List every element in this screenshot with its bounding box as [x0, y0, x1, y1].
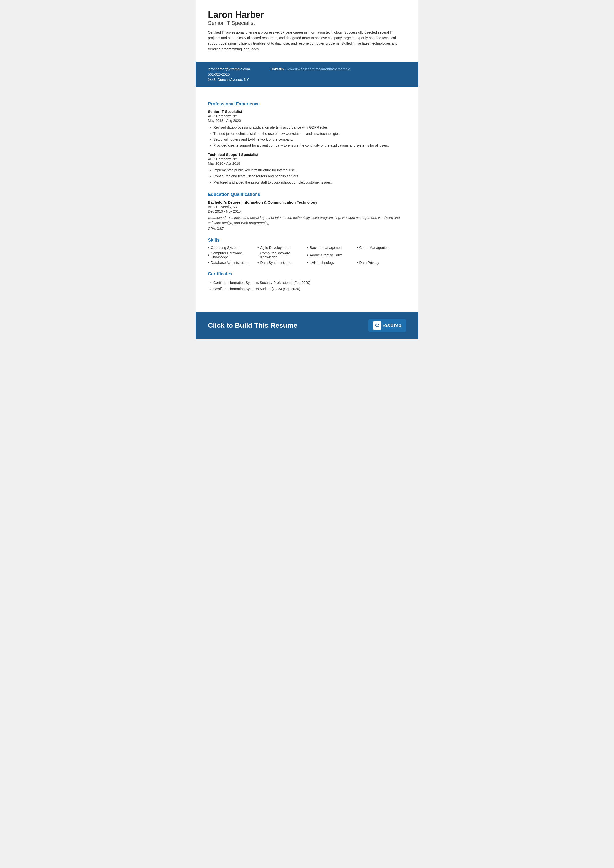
skills-section-title: Skills — [208, 238, 406, 243]
bullet-icon: • — [257, 246, 259, 250]
contact-right: LinkedIn - www.linkedin.com/me/laronharb… — [270, 67, 350, 81]
job-2-dates: May 2016 - Apr 2018 — [208, 161, 406, 166]
linkedin-label: LinkedIn — [270, 67, 284, 71]
bullet-icon: • — [257, 261, 259, 265]
skills-row-2: • Computer Hardware Knowledge • Computer… — [208, 251, 406, 259]
gpa: GPA: 3.87 — [208, 227, 406, 231]
skill-hardware: • Computer Hardware Knowledge — [208, 251, 257, 259]
logo-c-letter: C — [373, 321, 381, 330]
skills-row-3: • Database Administration • Data Synchro… — [208, 261, 406, 265]
skill-datasync: • Data Synchronization — [257, 261, 307, 265]
logo-box: C resuma — [368, 319, 406, 332]
skill-adobe: • Adobe Creative Suite — [307, 251, 357, 259]
skill-database: • Database Administration — [208, 261, 257, 265]
linkedin-line: LinkedIn - www.linkedin.com/me/laronharb… — [270, 67, 350, 71]
bullet-icon: • — [208, 253, 209, 257]
bullet-item: Revised data-processing application aler… — [213, 124, 406, 130]
certificates-list: Certified Information Systems Security P… — [208, 279, 406, 292]
logo-text: resuma — [382, 322, 402, 329]
bullet-item: Trained junior technical staff on the us… — [213, 131, 406, 136]
cert-item-1: Certified Information Systems Security P… — [213, 279, 406, 286]
contact-bar: laronharber@example.com 562-326-2020 244… — [195, 62, 419, 87]
skill-label: LAN technology — [310, 261, 335, 265]
cta-banner[interactable]: Click to Build This Resume C resuma — [195, 312, 419, 339]
header-section: Laron Harber Senior IT Specialist Certif… — [195, 0, 419, 57]
phone: 562-326-2020 — [208, 72, 250, 76]
address: 2443, Duncan Avenue, NY — [208, 78, 250, 81]
skill-lan: • LAN technology — [307, 261, 357, 265]
bullet-item: Configured and teste Cisco routers and b… — [213, 173, 406, 179]
bullet-icon: • — [208, 246, 209, 250]
certificates-section-title: Certificates — [208, 272, 406, 277]
edu-dates: Dec 2010 - Nov 2015 — [208, 209, 406, 213]
skill-label: Operating System — [211, 246, 239, 250]
skill-label: Backup management — [310, 246, 343, 250]
email: laronharber@example.com — [208, 67, 250, 71]
job-2-company: ABC Company, NY — [208, 157, 406, 161]
candidate-name: Laron Harber — [208, 10, 406, 20]
bullet-item: Mentored and aided the junior staff to t… — [213, 180, 406, 185]
bullet-icon: • — [307, 253, 309, 257]
bullet-icon: • — [307, 246, 309, 250]
education-section-title: Education Qualifications — [208, 192, 406, 197]
bullet-item: Setup wifi routers and LAN network of th… — [213, 137, 406, 142]
resume-page: Laron Harber Senior IT Specialist Certif… — [195, 0, 419, 339]
bullet-icon: • — [357, 246, 358, 250]
skill-privacy: • Data Privacy — [357, 261, 406, 265]
summary-text: Certified IT professional offering a pro… — [208, 30, 406, 52]
skill-placeholder — [357, 251, 406, 259]
skill-label: Adobe Creative Suite — [310, 253, 343, 257]
skill-label: Computer Hardware Knowledge — [211, 251, 257, 259]
skill-label: Agile Development — [260, 246, 290, 250]
job-1-title: Senior IT Specialist — [208, 109, 406, 114]
linkedin-separator: - — [285, 67, 287, 71]
job-2: Technical Support Specialist ABC Company… — [208, 152, 406, 185]
candidate-title: Senior IT Specialist — [208, 20, 406, 26]
skill-agile: • Agile Development — [257, 246, 307, 250]
education-block: Bachelor's Degree, Information & Communi… — [208, 200, 406, 231]
skill-label: Cloud Management — [360, 246, 390, 250]
cta-text: Click to Build This Resume — [208, 321, 297, 329]
bullet-icon: • — [208, 261, 209, 265]
skill-label: Data Privacy — [360, 261, 379, 265]
cert-item-2: Certified Information Systems Auditor (C… — [213, 286, 406, 292]
skills-container: • Operating System • Agile Development •… — [208, 246, 406, 265]
skill-label: Database Administration — [211, 261, 248, 265]
school: ABC University, NY — [208, 205, 406, 209]
coursework: Coursework: Business and social impact o… — [208, 215, 406, 226]
bullet-icon: • — [257, 253, 259, 257]
bullet-icon: • — [357, 261, 358, 265]
skill-software: • Computer Software Knowledge — [257, 251, 307, 259]
skill-cloud: • Cloud Management — [357, 246, 406, 250]
skill-label: Data Synchronization — [260, 261, 293, 265]
job-1-dates: May 2018 - Aug 2020 — [208, 119, 406, 123]
skill-backup: • Backup management — [307, 246, 357, 250]
skill-operating-system: • Operating System — [208, 246, 257, 250]
skills-row-1: • Operating System • Agile Development •… — [208, 246, 406, 250]
bullet-item: Implemented public key infrastructure fo… — [213, 168, 406, 173]
bullet-icon: • — [307, 261, 309, 265]
contact-left: laronharber@example.com 562-326-2020 244… — [208, 67, 250, 81]
job-2-bullets: Implemented public key infrastructure fo… — [208, 168, 406, 185]
linkedin-url[interactable]: www.linkedin.com/me/laronharbersample — [287, 67, 350, 71]
job-1-company: ABC Company, NY — [208, 114, 406, 118]
degree: Bachelor's Degree, Information & Communi… — [208, 200, 406, 204]
skill-label: Computer Software Knowledge — [260, 251, 307, 259]
job-1-bullets: Revised data-processing application aler… — [208, 124, 406, 148]
experience-section-title: Professional Experience — [208, 101, 406, 107]
job-2-title: Technical Support Specialist — [208, 152, 406, 157]
bullet-item: Provided on-site support for a client co… — [213, 143, 406, 148]
job-1: Senior IT Specialist ABC Company, NY May… — [208, 109, 406, 148]
main-content: Professional Experience Senior IT Specia… — [195, 87, 419, 302]
